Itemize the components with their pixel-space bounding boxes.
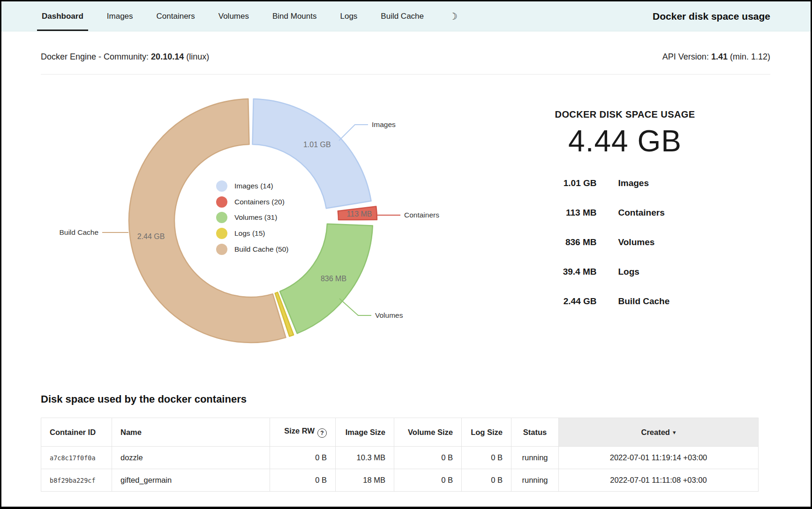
tab-build-cache[interactable]: Build Cache xyxy=(380,1,425,31)
table-row[interactable]: b8f29ba229cf gifted_germain 0 B 18 MB 0 … xyxy=(41,469,759,492)
crescent-moon-icon: ☾ xyxy=(449,12,458,21)
legend-label-build-cache: Build Cache (50) xyxy=(234,245,288,253)
callout-label-images: Images xyxy=(372,120,396,128)
cell-volume-size: 0 B xyxy=(394,469,462,492)
api-version-label: API Version: xyxy=(662,52,709,61)
col-header-created[interactable]: Created▾ xyxy=(559,418,759,447)
summary-label: Images xyxy=(618,178,724,188)
segment-size-label: 1.01 GB xyxy=(303,141,331,149)
summary-size: 836 MB xyxy=(526,237,597,247)
engine-platform: (linux) xyxy=(186,52,209,61)
legend-label-containers: Containers (20) xyxy=(234,198,285,206)
page-title: Docker disk space usage xyxy=(653,11,770,22)
legend-label-volumes: Volumes (31) xyxy=(234,213,277,221)
segment-size-label: 113 MB xyxy=(347,210,372,218)
cell-image-size: 10.3 MB xyxy=(336,447,394,469)
col-header-image-size[interactable]: Image Size xyxy=(336,418,394,447)
legend-label-images: Images (14) xyxy=(234,182,273,190)
tab-bar: Dashboard Images Containers Volumes Bind… xyxy=(41,1,458,31)
summary-label: Build Cache xyxy=(618,296,724,307)
segment-size-label: 2.44 GB xyxy=(137,232,165,240)
tab-logs[interactable]: Logs xyxy=(339,1,358,31)
summary-size: 1.01 GB xyxy=(526,178,597,188)
api-version-info: API Version: 1.41 (min. 1.12) xyxy=(662,52,770,62)
table-row[interactable]: a7c8c17f0f0a dozzle 0 B 10.3 MB 0 B 0 B … xyxy=(41,447,759,469)
engine-info: Docker Engine - Community: 20.10.14 (lin… xyxy=(41,52,209,62)
col-header-container-id[interactable]: Container ID xyxy=(41,418,112,447)
app-window: Dashboard Images Containers Volumes Bind… xyxy=(0,0,812,509)
cell-log-size: 0 B xyxy=(462,469,511,492)
disk-usage-summary: DOCKER DISK SPACE USAGE 4.44 GB 1.01 GB … xyxy=(480,75,770,307)
summary-size: 2.44 GB xyxy=(526,296,597,307)
tab-volumes[interactable]: Volumes xyxy=(218,1,250,31)
cell-created: 2022-07-01 11:11:08 +03:00 xyxy=(559,469,759,492)
tab-containers[interactable]: Containers xyxy=(156,1,196,31)
cell-volume-size: 0 B xyxy=(394,447,462,469)
col-header-size-rw[interactable]: Size RW? xyxy=(270,418,336,447)
table-header-row: Container ID Name Size RW? Image Size Vo… xyxy=(41,418,759,447)
donut-segment-images[interactable] xyxy=(253,99,371,209)
cell-name: dozzle xyxy=(112,447,270,469)
summary-total-value: 4.44 GB xyxy=(480,124,770,158)
legend-swatch-containers xyxy=(216,196,227,208)
legend-swatch-images xyxy=(216,180,227,192)
top-nav: Dashboard Images Containers Volumes Bind… xyxy=(1,1,811,31)
containers-table: Container ID Name Size RW? Image Size Vo… xyxy=(41,418,759,492)
containers-table-heading: Disk space used by the docker containers xyxy=(41,393,770,405)
cell-container-id: a7c8c17f0f0a xyxy=(41,447,112,469)
cell-log-size: 0 B xyxy=(462,447,511,469)
api-version-value: 1.41 xyxy=(711,52,728,61)
col-header-status[interactable]: Status xyxy=(511,418,559,447)
cell-status: running xyxy=(511,447,559,469)
cell-name: gifted_germain xyxy=(112,469,270,492)
summary-label: Volumes xyxy=(618,237,724,247)
tab-bind-mounts[interactable]: Bind Mounts xyxy=(271,1,318,31)
cell-size-rw: 0 B xyxy=(270,469,336,492)
disk-usage-donut-chart[interactable]: 1.01 GB113 MB836 MB2.44 GBImagesContaine… xyxy=(58,96,480,363)
tab-dashboard[interactable]: Dashboard xyxy=(41,1,84,31)
api-version-min: (min. 1.12) xyxy=(730,52,770,61)
sort-desc-icon: ▾ xyxy=(673,429,676,436)
col-header-name[interactable]: Name xyxy=(112,418,270,447)
callout-label-volumes: Volumes xyxy=(375,311,403,319)
callout-label-build-cache: Build Cache xyxy=(59,228,98,236)
col-header-volume-size[interactable]: Volume Size xyxy=(394,418,462,447)
main-content: Docker Engine - Community: 20.10.14 (lin… xyxy=(1,52,811,492)
cell-created: 2022-07-01 11:19:14 +03:00 xyxy=(559,447,759,469)
cell-container-id: b8f29ba229cf xyxy=(41,469,112,492)
summary-rows: 1.01 GB Images 113 MB Containers 836 MB … xyxy=(526,178,724,307)
legend-label-logs: Logs (15) xyxy=(234,229,265,237)
cell-image-size: 18 MB xyxy=(336,469,394,492)
summary-label: Containers xyxy=(618,208,724,218)
engine-info-row: Docker Engine - Community: 20.10.14 (lin… xyxy=(41,52,770,62)
callout-line-volumes xyxy=(339,299,371,315)
legend-swatch-logs xyxy=(216,228,227,239)
theme-toggle-button[interactable]: ☾ xyxy=(449,12,458,21)
engine-label: Docker Engine - Community: xyxy=(41,52,149,61)
summary-size: 113 MB xyxy=(526,208,597,218)
col-header-log-size[interactable]: Log Size xyxy=(462,418,511,447)
summary-size: 39.4 MB xyxy=(526,267,597,277)
help-icon[interactable]: ? xyxy=(317,428,327,438)
col-header-size-rw-label: Size RW xyxy=(284,427,315,435)
engine-version: 20.10.14 xyxy=(151,52,184,61)
cell-size-rw: 0 B xyxy=(270,447,336,469)
legend-swatch-build-cache xyxy=(216,244,227,255)
summary-label: Logs xyxy=(618,267,724,277)
disk-usage-section: 1.01 GB113 MB836 MB2.44 GBImagesContaine… xyxy=(41,75,770,363)
callout-line-images xyxy=(339,125,368,141)
segment-size-label: 836 MB xyxy=(321,275,346,283)
summary-heading: DOCKER DISK SPACE USAGE xyxy=(480,109,770,120)
legend-swatch-volumes xyxy=(216,212,227,223)
callout-label-containers: Containers xyxy=(404,211,439,219)
tab-images[interactable]: Images xyxy=(106,1,134,31)
col-header-created-label: Created xyxy=(641,428,670,436)
cell-status: running xyxy=(511,469,559,492)
